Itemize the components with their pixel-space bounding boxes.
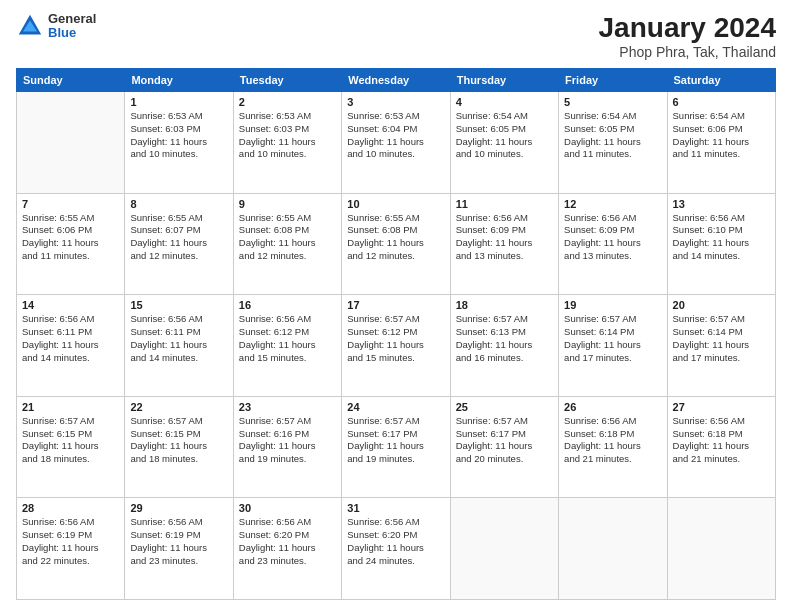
day-info: Sunrise: 6:57 AM Sunset: 6:12 PM Dayligh… xyxy=(347,313,444,364)
day-info: Sunrise: 6:56 AM Sunset: 6:19 PM Dayligh… xyxy=(22,516,119,567)
logo-general: General xyxy=(48,12,96,26)
calendar-day-cell: 26Sunrise: 6:56 AM Sunset: 6:18 PM Dayli… xyxy=(559,396,667,498)
calendar-day-cell: 13Sunrise: 6:56 AM Sunset: 6:10 PM Dayli… xyxy=(667,193,775,295)
day-info: Sunrise: 6:56 AM Sunset: 6:09 PM Dayligh… xyxy=(456,212,553,263)
day-number: 16 xyxy=(239,299,336,311)
calendar-day-cell: 6Sunrise: 6:54 AM Sunset: 6:06 PM Daylig… xyxy=(667,92,775,194)
day-number: 10 xyxy=(347,198,444,210)
calendar-day-cell: 14Sunrise: 6:56 AM Sunset: 6:11 PM Dayli… xyxy=(17,295,125,397)
calendar-day-cell: 17Sunrise: 6:57 AM Sunset: 6:12 PM Dayli… xyxy=(342,295,450,397)
day-info: Sunrise: 6:56 AM Sunset: 6:09 PM Dayligh… xyxy=(564,212,661,263)
day-info: Sunrise: 6:55 AM Sunset: 6:08 PM Dayligh… xyxy=(239,212,336,263)
day-info: Sunrise: 6:57 AM Sunset: 6:13 PM Dayligh… xyxy=(456,313,553,364)
calendar-week-row: 28Sunrise: 6:56 AM Sunset: 6:19 PM Dayli… xyxy=(17,498,776,600)
day-number: 1 xyxy=(130,96,227,108)
header-row: SundayMondayTuesdayWednesdayThursdayFrid… xyxy=(17,69,776,92)
calendar-day-cell: 20Sunrise: 6:57 AM Sunset: 6:14 PM Dayli… xyxy=(667,295,775,397)
day-info: Sunrise: 6:55 AM Sunset: 6:07 PM Dayligh… xyxy=(130,212,227,263)
calendar-header-cell: Saturday xyxy=(667,69,775,92)
day-number: 30 xyxy=(239,502,336,514)
day-number: 7 xyxy=(22,198,119,210)
day-number: 12 xyxy=(564,198,661,210)
day-number: 23 xyxy=(239,401,336,413)
calendar-day-cell: 31Sunrise: 6:56 AM Sunset: 6:20 PM Dayli… xyxy=(342,498,450,600)
day-info: Sunrise: 6:57 AM Sunset: 6:17 PM Dayligh… xyxy=(347,415,444,466)
calendar-day-cell xyxy=(667,498,775,600)
calendar-table: SundayMondayTuesdayWednesdayThursdayFrid… xyxy=(16,68,776,600)
day-info: Sunrise: 6:56 AM Sunset: 6:18 PM Dayligh… xyxy=(673,415,770,466)
calendar-day-cell xyxy=(450,498,558,600)
day-info: Sunrise: 6:57 AM Sunset: 6:14 PM Dayligh… xyxy=(564,313,661,364)
calendar-day-cell: 1Sunrise: 6:53 AM Sunset: 6:03 PM Daylig… xyxy=(125,92,233,194)
calendar-day-cell: 11Sunrise: 6:56 AM Sunset: 6:09 PM Dayli… xyxy=(450,193,558,295)
calendar-day-cell: 7Sunrise: 6:55 AM Sunset: 6:06 PM Daylig… xyxy=(17,193,125,295)
calendar-day-cell: 16Sunrise: 6:56 AM Sunset: 6:12 PM Dayli… xyxy=(233,295,341,397)
day-info: Sunrise: 6:55 AM Sunset: 6:06 PM Dayligh… xyxy=(22,212,119,263)
calendar-day-cell: 22Sunrise: 6:57 AM Sunset: 6:15 PM Dayli… xyxy=(125,396,233,498)
logo-blue: Blue xyxy=(48,26,96,40)
calendar-week-row: 7Sunrise: 6:55 AM Sunset: 6:06 PM Daylig… xyxy=(17,193,776,295)
day-info: Sunrise: 6:57 AM Sunset: 6:17 PM Dayligh… xyxy=(456,415,553,466)
calendar-day-cell: 8Sunrise: 6:55 AM Sunset: 6:07 PM Daylig… xyxy=(125,193,233,295)
day-info: Sunrise: 6:56 AM Sunset: 6:11 PM Dayligh… xyxy=(22,313,119,364)
day-number: 13 xyxy=(673,198,770,210)
day-info: Sunrise: 6:57 AM Sunset: 6:14 PM Dayligh… xyxy=(673,313,770,364)
logo-text: General Blue xyxy=(48,12,96,41)
day-number: 18 xyxy=(456,299,553,311)
calendar-day-cell: 10Sunrise: 6:55 AM Sunset: 6:08 PM Dayli… xyxy=(342,193,450,295)
day-info: Sunrise: 6:54 AM Sunset: 6:06 PM Dayligh… xyxy=(673,110,770,161)
day-info: Sunrise: 6:56 AM Sunset: 6:20 PM Dayligh… xyxy=(239,516,336,567)
calendar-day-cell: 15Sunrise: 6:56 AM Sunset: 6:11 PM Dayli… xyxy=(125,295,233,397)
day-info: Sunrise: 6:53 AM Sunset: 6:04 PM Dayligh… xyxy=(347,110,444,161)
day-info: Sunrise: 6:56 AM Sunset: 6:18 PM Dayligh… xyxy=(564,415,661,466)
title-block: January 2024 Phop Phra, Tak, Thailand xyxy=(599,12,776,60)
calendar-day-cell: 19Sunrise: 6:57 AM Sunset: 6:14 PM Dayli… xyxy=(559,295,667,397)
calendar-day-cell: 27Sunrise: 6:56 AM Sunset: 6:18 PM Dayli… xyxy=(667,396,775,498)
calendar-day-cell: 24Sunrise: 6:57 AM Sunset: 6:17 PM Dayli… xyxy=(342,396,450,498)
calendar-day-cell: 23Sunrise: 6:57 AM Sunset: 6:16 PM Dayli… xyxy=(233,396,341,498)
calendar-day-cell: 29Sunrise: 6:56 AM Sunset: 6:19 PM Dayli… xyxy=(125,498,233,600)
calendar-header: SundayMondayTuesdayWednesdayThursdayFrid… xyxy=(17,69,776,92)
calendar-day-cell: 3Sunrise: 6:53 AM Sunset: 6:04 PM Daylig… xyxy=(342,92,450,194)
header: General Blue January 2024 Phop Phra, Tak… xyxy=(16,12,776,60)
calendar-day-cell xyxy=(17,92,125,194)
day-info: Sunrise: 6:56 AM Sunset: 6:11 PM Dayligh… xyxy=(130,313,227,364)
calendar-header-cell: Friday xyxy=(559,69,667,92)
day-number: 17 xyxy=(347,299,444,311)
day-number: 29 xyxy=(130,502,227,514)
calendar-day-cell: 30Sunrise: 6:56 AM Sunset: 6:20 PM Dayli… xyxy=(233,498,341,600)
day-number: 24 xyxy=(347,401,444,413)
day-number: 20 xyxy=(673,299,770,311)
day-number: 15 xyxy=(130,299,227,311)
logo: General Blue xyxy=(16,12,96,41)
day-number: 5 xyxy=(564,96,661,108)
day-number: 19 xyxy=(564,299,661,311)
day-info: Sunrise: 6:55 AM Sunset: 6:08 PM Dayligh… xyxy=(347,212,444,263)
day-info: Sunrise: 6:56 AM Sunset: 6:10 PM Dayligh… xyxy=(673,212,770,263)
day-number: 9 xyxy=(239,198,336,210)
day-info: Sunrise: 6:57 AM Sunset: 6:15 PM Dayligh… xyxy=(130,415,227,466)
calendar-day-cell: 4Sunrise: 6:54 AM Sunset: 6:05 PM Daylig… xyxy=(450,92,558,194)
day-number: 8 xyxy=(130,198,227,210)
calendar-day-cell xyxy=(559,498,667,600)
calendar-day-cell: 21Sunrise: 6:57 AM Sunset: 6:15 PM Dayli… xyxy=(17,396,125,498)
day-info: Sunrise: 6:53 AM Sunset: 6:03 PM Dayligh… xyxy=(239,110,336,161)
day-number: 31 xyxy=(347,502,444,514)
page: General Blue January 2024 Phop Phra, Tak… xyxy=(0,0,792,612)
calendar-week-row: 14Sunrise: 6:56 AM Sunset: 6:11 PM Dayli… xyxy=(17,295,776,397)
calendar-week-row: 21Sunrise: 6:57 AM Sunset: 6:15 PM Dayli… xyxy=(17,396,776,498)
calendar-day-cell: 25Sunrise: 6:57 AM Sunset: 6:17 PM Dayli… xyxy=(450,396,558,498)
calendar-day-cell: 18Sunrise: 6:57 AM Sunset: 6:13 PM Dayli… xyxy=(450,295,558,397)
day-info: Sunrise: 6:57 AM Sunset: 6:15 PM Dayligh… xyxy=(22,415,119,466)
subtitle: Phop Phra, Tak, Thailand xyxy=(599,44,776,60)
day-info: Sunrise: 6:54 AM Sunset: 6:05 PM Dayligh… xyxy=(456,110,553,161)
calendar-header-cell: Tuesday xyxy=(233,69,341,92)
day-number: 27 xyxy=(673,401,770,413)
day-info: Sunrise: 6:54 AM Sunset: 6:05 PM Dayligh… xyxy=(564,110,661,161)
day-number: 11 xyxy=(456,198,553,210)
calendar-day-cell: 9Sunrise: 6:55 AM Sunset: 6:08 PM Daylig… xyxy=(233,193,341,295)
calendar-header-cell: Thursday xyxy=(450,69,558,92)
calendar-week-row: 1Sunrise: 6:53 AM Sunset: 6:03 PM Daylig… xyxy=(17,92,776,194)
day-number: 21 xyxy=(22,401,119,413)
day-number: 28 xyxy=(22,502,119,514)
